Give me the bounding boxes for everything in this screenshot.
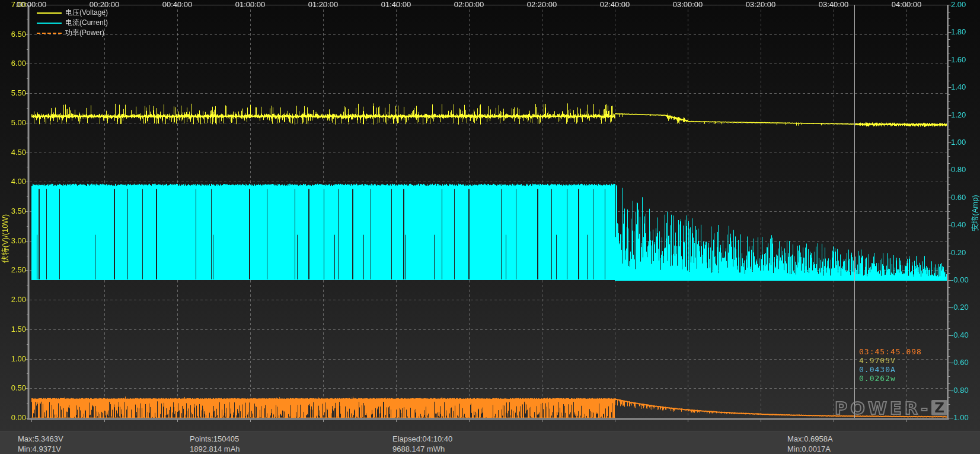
- left-axis-tick-label: 1.50: [2, 325, 26, 333]
- left-axis-tick-label: 6.50: [2, 30, 26, 38]
- cursor-tooltip: 03:45:45.098 4.9705V 0.0430A 0.0262w: [859, 347, 922, 383]
- right-axis-tick-label: -0.80: [951, 386, 969, 394]
- status-elapsed-energy: Elapsed:04:10:40 9688.147 mWh: [392, 434, 452, 454]
- left-axis-tick-label: 4.50: [2, 148, 26, 156]
- power-z-logo: POWER-Z: [835, 398, 947, 418]
- status-voltage-stats: Max:5.3463V Min:4.9371V: [18, 434, 63, 454]
- status-points-capacity: Points:150405 1892.814 mAh: [190, 434, 240, 454]
- right-axis-tick-label: 0.40: [951, 221, 966, 228]
- left-axis-tick-label: 0.50: [2, 384, 26, 392]
- left-axis-tick-label: 4.00: [2, 177, 26, 185]
- left-axis-tick-label: 2.50: [2, 266, 26, 274]
- left-axis-tick-label: 2.00: [2, 296, 26, 303]
- power-line-swatch: [37, 33, 62, 34]
- x-axis-tick-label: 02:00:00: [454, 0, 484, 9]
- right-axis-tick-label: -0.00: [951, 276, 969, 284]
- legend-power-label: 功率(Power): [65, 28, 104, 38]
- status-mwh: 9688.147 mWh: [392, 444, 452, 454]
- voltage-line-swatch: [37, 12, 62, 14]
- x-axis-tick-label: 02:20:00: [527, 0, 557, 9]
- x-axis-tick-label: 00:40:00: [162, 0, 193, 9]
- status-mah: 1892.814 mAh: [190, 444, 240, 454]
- current-line-swatch: [37, 23, 62, 24]
- x-axis-tick-label: 04:00:00: [892, 0, 922, 9]
- chart-plot-area[interactable]: [0, 0, 980, 431]
- right-axis-tick-label: -0.20: [951, 303, 969, 311]
- tooltip-power: 0.0262w: [859, 374, 922, 383]
- right-axis-tick-label: 0.80: [951, 166, 966, 173]
- legend: 电压(Voltage) 电流(Current) 功率(Power): [37, 8, 108, 38]
- x-axis-tick-label: 01:40:00: [381, 0, 411, 9]
- left-axis-tick-label: 1.00: [2, 355, 26, 363]
- right-axis-tick-label: 0.20: [951, 249, 966, 256]
- status-elapsed: Elapsed:04:10:40: [392, 434, 452, 444]
- right-axis-tick-label: 1.60: [951, 56, 966, 64]
- right-axis-tick-label: 1.20: [951, 111, 966, 119]
- status-points: Points:150405: [190, 434, 240, 444]
- left-axis-tick-label: 5.00: [2, 119, 26, 126]
- right-axis-title: 安培(Amp): [970, 186, 980, 240]
- x-axis-tick-label: 01:20:00: [308, 0, 339, 9]
- status-voltage-max: Max:5.3463V: [18, 434, 63, 444]
- tooltip-current: 0.0430A: [859, 365, 922, 374]
- legend-item-current[interactable]: 电流(Current): [37, 18, 108, 28]
- legend-voltage-label: 电压(Voltage): [65, 8, 108, 18]
- right-axis-tick-label: -0.40: [951, 331, 969, 339]
- right-axis-tick-label: 1.80: [951, 28, 966, 36]
- right-axis-tick-label: 1.40: [951, 83, 966, 91]
- left-axis-tick-label: 3.00: [2, 237, 26, 245]
- legend-item-voltage[interactable]: 电压(Voltage): [37, 8, 108, 18]
- left-axis-tick-label: 0.00: [2, 414, 26, 421]
- left-axis-tick-label: 3.50: [2, 207, 26, 215]
- legend-item-power[interactable]: 功率(Power): [37, 28, 108, 38]
- x-axis-tick-label: 03:40:00: [819, 0, 849, 9]
- status-current-stats: Max:0.6958A Min:0.0017A: [787, 434, 833, 454]
- left-axis-tick-label: 5.50: [2, 89, 26, 97]
- right-axis-tick-label: -0.60: [951, 358, 969, 366]
- x-axis-tick-label: 02:40:00: [600, 0, 630, 9]
- x-axis-tick-label: 03:20:00: [746, 0, 776, 9]
- right-axis-tick-label: 2.00: [951, 1, 966, 8]
- x-axis-tick-label: 03:00:00: [673, 0, 703, 9]
- right-axis-tick-label: 0.60: [951, 193, 966, 201]
- status-current-min: Min:0.0017A: [787, 444, 833, 454]
- right-axis-tick-label: -1.00: [951, 414, 969, 421]
- right-axis-tick-label: 1.00: [951, 138, 966, 146]
- power-z-logo-word: POWER-: [835, 398, 931, 418]
- status-bar: Max:5.3463V Min:4.9371V Points:150405 18…: [0, 431, 980, 454]
- x-axis-tick-label: 01:00:00: [235, 0, 266, 9]
- powerz-chart-window: 电压(Voltage) 电流(Current) 功率(Power) 伏特(V)/…: [0, 0, 980, 454]
- status-voltage-min: Min:4.9371V: [18, 444, 63, 454]
- left-axis-tick-label: 6.00: [2, 59, 26, 67]
- status-current-max: Max:0.6958A: [787, 434, 833, 444]
- tooltip-time: 03:45:45.098: [859, 347, 922, 356]
- legend-current-label: 电流(Current): [65, 18, 108, 28]
- power-z-logo-z: Z: [931, 400, 947, 415]
- tooltip-voltage: 4.9705V: [859, 356, 922, 365]
